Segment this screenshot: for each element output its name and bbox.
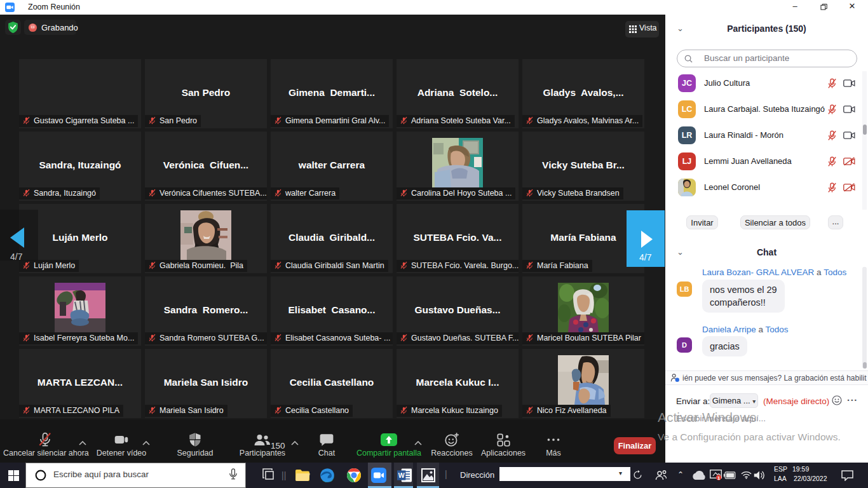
svg-text:W: W (398, 471, 405, 479)
svg-text:1: 1 (717, 475, 720, 480)
